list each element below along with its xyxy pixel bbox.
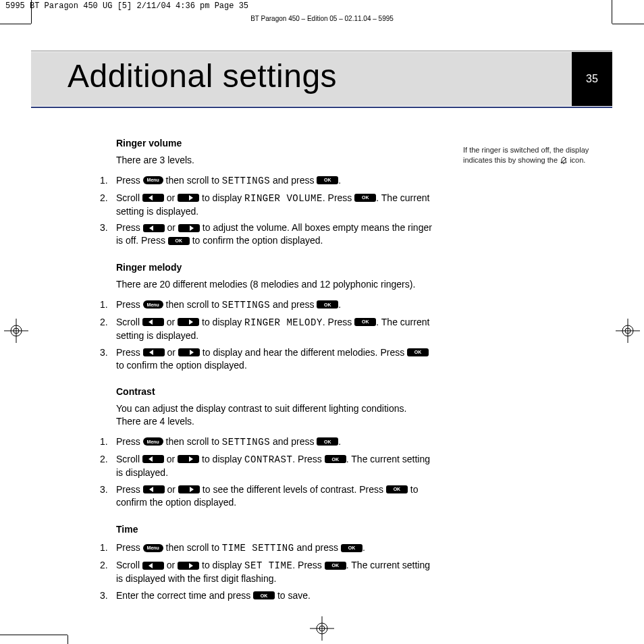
step: Scroll or to display RINGER VOLUME. Pres… [95,190,433,220]
lcd-text: SETTINGS [222,437,270,448]
step: Press or to see the different levels of … [95,481,433,511]
step: Press Menu then scroll to SETTINGS and p… [95,433,433,451]
crop-mark [612,0,612,24]
ok-button-icon: OK [168,237,190,245]
ok-button-icon: OK [317,437,338,446]
heading-contrast: Contrast [116,385,433,398]
lcd-text: TIME SETTING [222,543,294,554]
menu-button-icon: Menu [143,176,163,184]
crop-mark [31,0,32,24]
right-arrow-button-icon [178,562,199,570]
ok-button-icon: OK [354,194,376,202]
step: Press or to adjust the volume. All boxes… [95,219,433,249]
ok-button-icon: OK [341,544,363,552]
step: Scroll or to display SET TIME. Press OK.… [95,557,433,587]
bell-off-icon [560,156,568,164]
step: Press Menu then scroll to SETTINGS and p… [95,172,433,190]
step: Enter the correct time and press OK to s… [95,587,433,604]
side-note-text: If the ringer is switched off, the displ… [463,146,589,154]
step: Scroll or to display RINGER MELODY. Pres… [95,314,433,344]
lcd-text: SETTINGS [222,176,270,186]
left-arrow-button-icon [143,485,165,493]
svg-marker-14 [149,225,153,231]
page-frame: Additional settings 35 Ringer volume The… [31,24,612,644]
right-arrow-button-icon [178,318,199,326]
svg-marker-19 [190,350,194,355]
left-arrow-button-icon [143,348,165,356]
intro-text: You can adjust the display contrast to s… [116,402,433,428]
left-arrow-button-icon [143,224,165,232]
svg-marker-12 [149,195,153,200]
step: Press Menu then scroll to TIME SETTING a… [95,539,433,557]
svg-marker-21 [189,456,193,462]
right-arrow-button-icon [178,348,200,356]
svg-marker-25 [189,563,193,568]
body-content: Ringer volume There are 3 levels. Press … [69,125,433,607]
page-number: 35 [572,52,612,106]
ok-button-icon: OK [407,348,429,356]
ok-button-icon: OK [325,455,346,463]
heading-ringer-volume: Ringer volume [116,137,433,150]
rule [31,51,612,51]
page-title: Additional settings [31,52,612,95]
ok-button-icon: OK [386,485,408,493]
right-arrow-button-icon [178,455,199,463]
step: Press or to display and hear the differe… [95,344,433,374]
lcd-text: SET TIME [244,560,292,571]
svg-marker-23 [190,487,194,492]
side-note-text: icon. [568,156,585,164]
ok-button-icon: OK [317,300,338,308]
right-arrow-button-icon [178,485,200,493]
menu-button-icon: Menu [143,437,163,446]
step: Press Menu then scroll to SETTINGS and p… [95,296,433,314]
intro-text: There are 20 different melodies (8 melod… [116,278,433,291]
svg-marker-13 [189,195,193,200]
crop-mark [0,24,31,24]
svg-marker-16 [149,319,153,325]
side-note-text: indicates this by showing the [463,156,560,164]
registration-mark-icon [4,319,28,343]
svg-marker-24 [149,563,153,568]
edition-line: BT Paragon 450 – Edition 05 – 02.11.04 –… [0,15,644,22]
ok-button-icon: OK [317,176,338,184]
ok-button-icon: OK [253,591,275,599]
ok-button-icon: OK [354,318,376,326]
print-jobline: 5995 BT Paragon 450 UG [5] 2/11/04 4:36 … [5,1,248,11]
left-arrow-button-icon [142,318,164,326]
crop-mark [612,24,644,24]
lcd-text: RINGER VOLUME [244,193,323,204]
ok-button-icon: OK [325,562,346,570]
menu-button-icon: Menu [143,300,163,308]
heading-time: Time [116,523,433,536]
menu-button-icon: Menu [143,544,163,552]
step: Scroll or to display CONTRAST. Press OK.… [95,451,433,481]
lcd-text: CONTRAST [244,454,292,465]
left-arrow-button-icon [142,455,164,463]
svg-marker-17 [189,319,193,325]
title-band: Additional settings [31,52,612,106]
lcd-text: SETTINGS [222,300,270,311]
right-arrow-button-icon [178,224,200,232]
svg-marker-15 [190,225,194,231]
right-arrow-button-icon [178,194,199,202]
svg-marker-20 [149,456,153,462]
svg-marker-22 [149,487,153,492]
side-note: If the ringer is switched off, the displ… [463,145,605,165]
svg-marker-18 [149,350,153,355]
title-underline [31,107,612,108]
registration-mark-icon [616,319,640,343]
heading-ringer-melody: Ringer melody [116,261,433,274]
left-arrow-button-icon [142,562,164,570]
lcd-text: RINGER MELODY [244,317,323,328]
intro-text: There are 3 levels. [116,154,433,167]
left-arrow-button-icon [142,194,164,202]
